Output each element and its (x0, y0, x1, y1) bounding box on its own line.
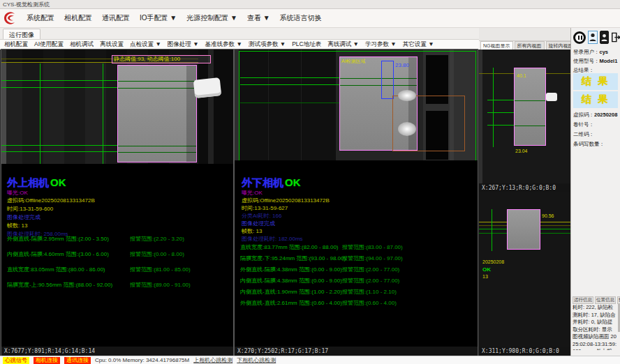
result-box-upper: 结 果 (573, 73, 618, 90)
menu-io-config[interactable]: IO手配置 ▼ (140, 13, 177, 23)
result-ok-text: OK (50, 176, 66, 188)
green-guide-line-vertical (103, 63, 103, 164)
upper-outer-camera-panel: 静态阈值:93, 动态阈值:100 外上相机OK 曝光:OK 虚拟码:Offli… (1, 50, 233, 356)
green-guide-line-dim (340, 85, 417, 86)
frame-count: 帧数: 13 (242, 227, 262, 235)
menu-comm-config[interactable]: 通讯配置 (102, 13, 130, 23)
overlay-measure-label: 90.56 (542, 213, 554, 218)
lower-outer-camera-panel: AI检测区域 23.80 外下相机OK 曝光:OK 虚拟码:Offline202… (235, 50, 478, 356)
highlight-blob (398, 90, 416, 101)
measurement-value: 外侧直线-隔膜:4.38mm 范围:(0.00 - 9.00) (240, 266, 342, 273)
threshold-overlay-label: 静态阈值:93, 动态阈值:100 (112, 55, 211, 63)
green-guide-line-dim (240, 103, 339, 103)
menu-light-config[interactable]: 光源控制配置 ▼ (186, 13, 237, 23)
menu-language-switch[interactable]: 系统语言切换 (280, 13, 322, 23)
tool-test-params[interactable]: 测试项参数 ▼ (249, 40, 286, 49)
measurement-value: 内侧直线-直线:1.90mm 范围:(1.00 - 2.20) (240, 289, 342, 295)
green-guide-line-dim (515, 126, 545, 126)
green-guide-line-dim (118, 88, 196, 89)
tool-offline-debug[interactable]: 离线调试 ▼ (327, 40, 359, 49)
lower-camera-image[interactable]: AI检测区域 23.80 (235, 50, 478, 160)
pixel-coords-readout: X:311;Y:980;R:0;G:0;B:0 (479, 347, 570, 356)
login-user-button[interactable] (588, 31, 598, 44)
upper-camera-image[interactable]: 静态阈值:93, 动态阈值:100 (1, 50, 233, 164)
tool-baseline-params[interactable]: 基准线参数 ▼ (205, 40, 242, 49)
tab-position-info[interactable]: 位置信息 (595, 296, 616, 304)
comm-connection-badge: 通讯连接 (64, 357, 91, 364)
tool-plc-address[interactable]: PLC地址表 (292, 40, 321, 49)
tool-offline-setting[interactable]: 离线设置 (100, 40, 124, 49)
pixel-coords-readout: X:7677;Y:891;R:14;G:14;B:14 (1, 347, 233, 356)
virtual-code-row: 虚拟码：20250208 (573, 112, 617, 119)
green-guide-line-vertical (492, 209, 492, 251)
tab-run-image[interactable]: 运行图像 (3, 29, 40, 39)
panel-seam (301, 50, 302, 160)
tool-other-settings[interactable]: 其它设置 ▼ (403, 40, 434, 49)
result-box-lower: 结 果 (573, 91, 618, 108)
ng-preview-image-top[interactable]: 40.1 23.04 (479, 50, 570, 183)
lower-camera-heartbeat-link[interactable]: 下相机心跳检测 (237, 356, 276, 364)
measurement-row: 外侧直线-隔膜:2.95mm 范围:(2.00 - 3.50) 报警范围:(2.… (7, 235, 232, 242)
window-titlebar: CYS-视觉检测系统 (0, 0, 620, 9)
alarm-range: 报警范围:(0.60 - 4.00) (342, 299, 397, 307)
cpu-memory-readout: Cpu: 0.0% Memory: 3424.41796875M (95, 357, 189, 363)
camera-name: 外下相机 (242, 176, 283, 188)
camera-name: 外上相机 (7, 176, 49, 188)
login-user-label: 登录用户： (573, 49, 600, 55)
green-roi-top-line (239, 51, 476, 52)
tab-error-info[interactable]: 报错信息 (617, 296, 620, 304)
app-logo-icon (3, 11, 17, 25)
highlight-blob (398, 122, 416, 136)
info-tabs: 运行信息 位置信息 报错信息 (573, 296, 619, 304)
tab-run-info[interactable]: 运行信息 (573, 296, 593, 304)
measurement-value: 直线宽度:83.05mm 范围:(80.00 - 86.00) (7, 266, 105, 273)
login-user-row: 登录用户：cys (573, 49, 608, 56)
tool-camera-config[interactable]: 相机配置 (4, 40, 28, 49)
measurement-row: 内侧直线-隔膜:4.38mm 范围:(0.00 - 9.00) 报警范围:(2.… (240, 277, 476, 284)
measurement-row: 外侧直线-直线:2.61mm 范围:(0.60 - 4.00) 报警范围:(0.… (240, 299, 476, 306)
right-view-tabs-region: NG视图显示 所有内视图 旋转内视图 (479, 28, 570, 50)
right-preview-column: 40.1 23.04 X:267;Y:13;R:0;G:0;B:0 90.56 … (479, 50, 570, 356)
exit-door-icon[interactable] (611, 32, 620, 43)
tool-camera-debug[interactable]: 相机调试 (70, 40, 94, 49)
tool-ai-use-config[interactable]: AI使用配置 (34, 40, 64, 49)
menu-view[interactable]: 查看 ▼ (247, 13, 270, 23)
measurement-row: 内侧直线-直线:1.90mm 范围:(1.00 - 2.20) 报警范围:(1.… (240, 288, 476, 295)
model-label: 使用型号： (573, 58, 600, 64)
measurement-value: 直线宽度:83.77mm 范围:(82.00 - 88.00) (240, 244, 339, 250)
upper-camera-heartbeat-link[interactable]: 上相机心跳检测 (193, 356, 232, 364)
panel-seam (268, 50, 269, 160)
heartbeat-badge: 心跳信号 (3, 357, 29, 364)
tool-learn-params[interactable]: 学习参数 ▼ (365, 40, 397, 49)
image-dark-zone (240, 50, 336, 160)
measurement-row: 隔膜宽度-上:90.56mm 范围:(88.00 - 92.00) 报警范围:(… (7, 281, 232, 288)
green-guide-line (1, 87, 117, 88)
measurement-value: 内侧直线-隔膜:4.38mm 范围:(0.00 - 9.00) (240, 278, 342, 284)
operator-button[interactable] (600, 31, 609, 44)
alarm-range: 报警范围:(94.00 - 97.00) (342, 255, 403, 262)
blue-measure-value: 23.80 (395, 62, 409, 68)
model-value[interactable]: Model1 (600, 58, 618, 64)
capture-time: 时间:13-31-59-600 (7, 205, 53, 213)
tool-spot-check[interactable]: 点检设置 ▼ (130, 40, 161, 49)
green-roi-right-line (475, 51, 476, 160)
tab-all-inner-view[interactable]: 所有内视图 (515, 41, 545, 50)
green-guide-line (487, 125, 514, 126)
ng-preview-image-bottom[interactable]: 90.56 20250208 OK 13 (479, 192, 570, 347)
alarm-range: 报警范围:(81.00 - 85.00) (130, 266, 191, 273)
green-guide-line-dim (118, 81, 196, 82)
exposure-status: 曝光:OK (242, 189, 263, 197)
tab-ng-view[interactable]: NG视图显示 (480, 41, 513, 50)
menu-camera-config[interactable]: 相机配置 (64, 13, 92, 23)
run-log-text: 耗时: 222, 缺陷检测耗时: 17, 缺陷合并耗时: 0, 缺陷提取分区耗时… (573, 304, 617, 350)
alarm-range: 报警范围:(2.00 - 77.00) (342, 277, 399, 285)
pause-button[interactable] (573, 31, 586, 44)
qr-code-label: 二维码： (573, 131, 594, 138)
tool-image-process[interactable]: 图像处理 ▼ (168, 40, 199, 49)
alarm-range: 报警范围:(2.20 - 3.20) (130, 235, 184, 243)
separator-roi-rect (514, 68, 546, 146)
measurement-value: 隔膜宽度-上:90.56mm 范围:(88.00 - 92.00) (7, 282, 112, 288)
image-dark-zone (198, 50, 233, 164)
menu-system-config[interactable]: 系统配置 (27, 13, 54, 23)
window-title: CYS-视觉检测系统 (3, 1, 50, 8)
